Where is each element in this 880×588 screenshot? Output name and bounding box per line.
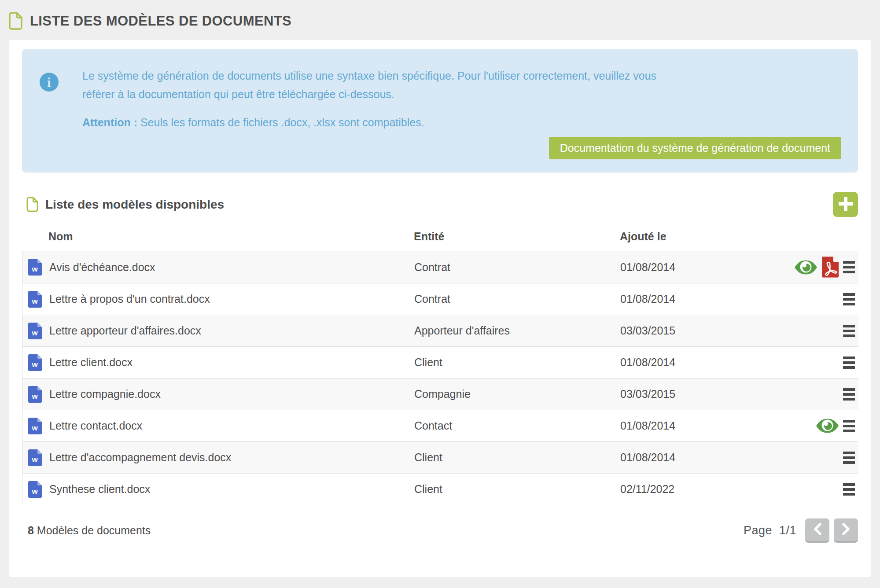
svg-text:w: w: [31, 392, 38, 401]
count-label: Modèles de documents: [34, 524, 151, 537]
row-menu-icon[interactable]: [843, 291, 855, 307]
table-row: w Lettre client.docx Client 01/08/2014: [22, 346, 858, 378]
file-name: Lettre compagnie.docx: [49, 388, 161, 401]
page-header: LISTE DES MODÈLES DE DOCUMENTS: [0, 0, 880, 40]
add-template-button[interactable]: [833, 192, 858, 217]
page-title: LISTE DES MODÈLES DE DOCUMENTS: [30, 13, 291, 29]
svg-text:w: w: [31, 297, 38, 305]
attention-label: Attention :: [82, 116, 137, 129]
word-file-icon: w: [28, 418, 42, 434]
document-icon: [26, 197, 38, 212]
table-footer: 8 Modèles de documents Page 1/1: [22, 518, 858, 543]
added-date-cell: 01/08/2014: [620, 293, 793, 305]
row-menu-icon[interactable]: [843, 481, 855, 497]
file-name: Synthese client.docx: [49, 483, 150, 496]
word-file-icon: w: [28, 291, 42, 308]
word-file-icon: w: [28, 449, 42, 466]
page-word: Page: [744, 524, 772, 537]
entity-cell: Apporteur d'affaires: [414, 324, 620, 337]
page-indicator: Page 1/1: [744, 524, 796, 537]
svg-text:w: w: [31, 329, 38, 337]
entity-cell: Client: [414, 483, 620, 496]
column-header-ajoute-le: Ajouté le: [620, 223, 792, 251]
templates-table: w Avis d'échéance.docx Contrat 01/08/201…: [22, 251, 858, 505]
prev-page-button[interactable]: [805, 518, 829, 543]
added-date-cell: 01/08/2014: [620, 451, 793, 464]
section-header: Liste des modèles disponibles: [22, 192, 858, 217]
pagination: Page 1/1: [744, 518, 858, 543]
page-value: 1/1: [779, 524, 796, 537]
word-file-icon: w: [28, 323, 42, 339]
row-menu-icon[interactable]: [843, 259, 855, 275]
table-row: w Lettre contact.docx Contact 01/08/2014: [22, 410, 858, 441]
entity-cell: Contact: [414, 419, 620, 432]
count-number: 8: [28, 524, 34, 537]
info-box: i Le système de génération de documents …: [22, 49, 858, 173]
preview-eye-icon[interactable]: [794, 260, 817, 275]
file-name: Lettre apporteur d'affaires.docx: [49, 324, 201, 337]
svg-text:w: w: [31, 487, 38, 496]
entity-cell: Contrat: [414, 261, 620, 274]
file-name: Lettre contact.docx: [49, 419, 142, 432]
next-page-button[interactable]: [834, 518, 858, 543]
added-date-cell: 03/03/2015: [620, 388, 793, 401]
table-row: w Synthese client.docx Client 02/11/2022: [22, 473, 858, 505]
documentation-button[interactable]: Documentation du système de génération d…: [549, 137, 841, 159]
table-header: Nom Entité Ajouté le: [22, 223, 858, 251]
svg-text:w: w: [31, 456, 38, 464]
table-row: w Lettre compagnie.docx Compagnie 03/03/…: [22, 378, 858, 410]
row-menu-icon[interactable]: [843, 386, 855, 402]
info-icon: i: [40, 73, 59, 92]
column-header-entite: Entité: [414, 223, 620, 251]
row-menu-icon[interactable]: [843, 418, 855, 434]
info-attention: Attention : Seuls les formats de fichier…: [82, 115, 841, 130]
entity-cell: Contrat: [414, 293, 620, 305]
plus-icon: [838, 196, 853, 213]
table-row: w Lettre à propos d'un contrat.docx Cont…: [22, 283, 858, 315]
file-name: Lettre d'accompagnement devis.docx: [49, 451, 231, 464]
entity-cell: Client: [414, 451, 620, 464]
table-row: w Avis d'échéance.docx Contrat 01/08/201…: [22, 251, 858, 283]
column-header-nom: Nom: [22, 223, 414, 251]
added-date-cell: 03/03/2015: [620, 324, 793, 337]
added-date-cell: 01/08/2014: [620, 356, 793, 369]
section-title: Liste des modèles disponibles: [45, 198, 224, 212]
file-name: Lettre à propos d'un contrat.docx: [49, 293, 210, 305]
word-file-icon: w: [28, 481, 42, 498]
attention-text: Seuls les formats de fichiers .docx, .xl…: [137, 116, 424, 129]
content-card: i Le système de génération de documents …: [9, 40, 871, 577]
file-name: Lettre client.docx: [49, 356, 133, 369]
templates-count: 8 Modèles de documents: [22, 524, 151, 537]
chevron-right-icon: [842, 522, 851, 537]
table-row: w Lettre d'accompagnement devis.docx Cli…: [22, 441, 858, 473]
file-name: Avis d'échéance.docx: [49, 261, 155, 274]
added-date-cell: 01/08/2014: [620, 261, 793, 274]
pdf-icon[interactable]: [821, 256, 839, 278]
row-menu-icon[interactable]: [843, 323, 855, 339]
row-menu-icon[interactable]: [843, 450, 855, 466]
word-file-icon: w: [28, 354, 42, 371]
entity-cell: Compagnie: [414, 388, 620, 401]
svg-text:w: w: [31, 424, 38, 432]
preview-eye-icon[interactable]: [816, 418, 839, 434]
word-file-icon: w: [28, 259, 42, 276]
table-row: w Lettre apporteur d'affaires.docx Appor…: [22, 315, 858, 346]
added-date-cell: 01/08/2014: [620, 419, 793, 432]
document-icon: [9, 12, 22, 30]
word-file-icon: w: [28, 386, 42, 403]
added-date-cell: 02/11/2022: [620, 483, 793, 496]
svg-text:w: w: [31, 360, 38, 369]
entity-cell: Client: [414, 356, 620, 369]
svg-text:w: w: [31, 265, 38, 273]
info-message: Le système de génération de documents ut…: [82, 66, 683, 103]
info-content: Le système de génération de documents ut…: [82, 66, 841, 159]
row-menu-icon[interactable]: [843, 355, 855, 371]
chevron-left-icon: [813, 522, 822, 537]
